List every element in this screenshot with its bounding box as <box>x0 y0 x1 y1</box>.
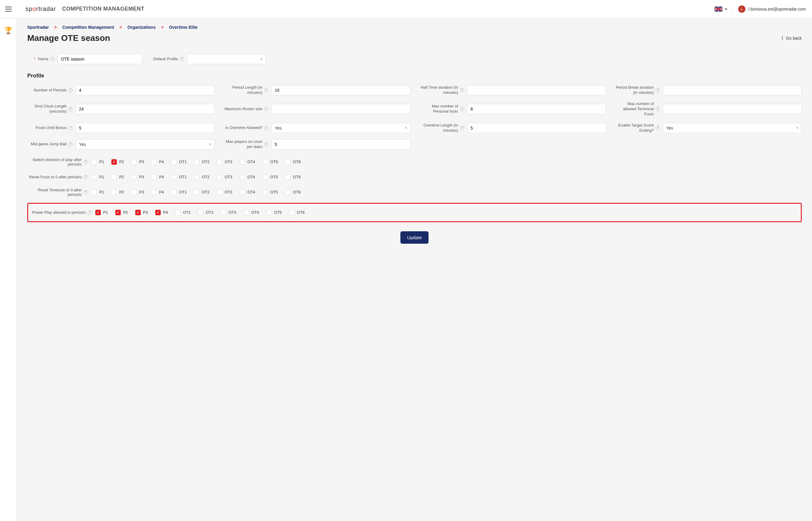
checkbox[interactable] <box>194 159 200 165</box>
checkbox[interactable] <box>266 210 272 215</box>
breadcrumb-item[interactable]: Organizations <box>127 25 156 30</box>
hamburger-menu[interactable] <box>0 0 17 18</box>
checkbox[interactable] <box>240 189 245 195</box>
help-icon[interactable]: ? <box>68 107 73 111</box>
checkbox[interactable] <box>221 210 226 215</box>
help-icon[interactable]: ? <box>68 142 73 146</box>
required-mark: * <box>34 56 36 62</box>
overtime-length-input[interactable] <box>467 123 606 133</box>
checkbox[interactable] <box>289 210 295 215</box>
update-button[interactable]: Update <box>400 231 428 244</box>
help-icon[interactable]: ? <box>264 126 269 130</box>
language-picker[interactable]: ▾ <box>714 6 733 12</box>
help-icon[interactable]: ? <box>264 88 269 92</box>
group-label: Switch direction of play after period/s <box>27 157 82 166</box>
checkbox-item: P1 <box>91 189 104 195</box>
checkbox[interactable] <box>285 159 291 165</box>
checkbox[interactable] <box>151 159 157 165</box>
checkbox[interactable]: ✓ <box>115 210 121 215</box>
breadcrumb-item[interactable]: Competition Management <box>62 25 114 30</box>
checkbox[interactable] <box>194 174 200 180</box>
checkbox[interactable] <box>240 174 245 180</box>
checkbox[interactable] <box>151 174 157 180</box>
checkbox[interactable] <box>151 189 157 195</box>
trophy-icon[interactable]: 🏆 <box>4 27 13 35</box>
help-icon[interactable]: ? <box>655 107 660 111</box>
period-length-input[interactable] <box>272 85 410 95</box>
checkbox[interactable] <box>194 189 200 195</box>
checkbox[interactable] <box>171 159 177 165</box>
help-icon[interactable]: ? <box>84 160 88 164</box>
field-number-of-periods: Number of Periods? <box>27 85 214 95</box>
checkbox[interactable] <box>217 174 222 180</box>
help-icon[interactable]: ? <box>180 57 184 61</box>
help-icon[interactable]: ? <box>655 88 660 92</box>
go-back-link[interactable]: 〈 Go back <box>779 35 802 42</box>
checkbox[interactable] <box>91 174 97 180</box>
number-of-periods-input[interactable] <box>76 85 214 95</box>
breadcrumb-item[interactable]: Sportradar <box>27 25 49 30</box>
checkbox-label: OT3 <box>225 175 232 179</box>
help-icon[interactable]: ? <box>50 57 54 61</box>
checkbox[interactable] <box>91 189 97 195</box>
help-icon[interactable]: ? <box>460 107 464 111</box>
app-title: COMPETITION MANAGEMENT <box>62 6 144 12</box>
checkbox[interactable] <box>262 189 268 195</box>
help-icon[interactable]: ? <box>460 88 464 92</box>
checkbox[interactable]: ✓ <box>111 159 117 165</box>
checkbox-item: P4 <box>151 174 164 180</box>
help-icon[interactable]: ? <box>655 126 660 130</box>
checkbox[interactable] <box>91 159 97 165</box>
help-icon[interactable]: ? <box>460 126 464 130</box>
help-icon[interactable]: ? <box>68 126 73 130</box>
checkbox-label: P4 <box>159 160 164 164</box>
checkbox[interactable] <box>262 159 268 165</box>
checkbox[interactable] <box>217 159 222 165</box>
help-icon[interactable]: ? <box>84 190 88 194</box>
checkbox[interactable] <box>111 174 117 180</box>
fouls-until-bonus-input[interactable] <box>76 123 214 133</box>
help-icon[interactable]: ? <box>264 142 269 146</box>
hamburger-icon <box>5 7 12 12</box>
half-time-input[interactable] <box>467 85 606 95</box>
flag-uk-icon <box>714 6 723 12</box>
checkbox[interactable]: ✓ <box>95 210 101 215</box>
checkbox[interactable]: ✓ <box>135 210 141 215</box>
period-break-input[interactable] <box>663 85 802 95</box>
checkbox[interactable] <box>175 210 181 215</box>
max-players-input[interactable] <box>272 139 410 150</box>
checkbox[interactable] <box>217 189 222 195</box>
max-tech-fouls-input[interactable] <box>663 104 802 114</box>
checkbox[interactable] <box>171 174 177 180</box>
checkbox-item: P2 <box>111 174 124 180</box>
user-menu[interactable]: L l.borisova.ext@sportradar.com <box>738 5 806 13</box>
checkbox[interactable] <box>243 210 249 215</box>
checkbox[interactable] <box>131 159 137 165</box>
checkbox[interactable] <box>240 159 245 165</box>
checkbox[interactable] <box>171 189 177 195</box>
breadcrumb-item[interactable]: Overtime Elite <box>169 25 198 30</box>
help-icon[interactable]: ? <box>68 88 73 92</box>
chevron-down-icon: ▾ <box>796 126 798 130</box>
logo[interactable]: sportradar <box>25 5 56 13</box>
overtime-allowed-select[interactable]: Yes▾ <box>272 123 410 133</box>
max-personal-fouls-input[interactable] <box>467 104 606 114</box>
page-title: Manage OTE season <box>27 33 110 43</box>
shot-clock-input[interactable] <box>76 104 214 114</box>
help-icon[interactable]: ? <box>264 107 269 111</box>
help-icon[interactable]: ? <box>88 210 92 214</box>
checkbox[interactable] <box>111 189 117 195</box>
name-input[interactable] <box>57 54 142 64</box>
checkbox[interactable] <box>198 210 203 215</box>
midgame-jump-select[interactable]: Yes▾ <box>76 139 214 150</box>
checkbox[interactable] <box>262 174 268 180</box>
default-profile-select[interactable]: ▾ <box>187 54 266 64</box>
checkbox[interactable] <box>131 189 137 195</box>
checkbox[interactable] <box>131 174 137 180</box>
checkbox[interactable]: ✓ <box>155 210 161 215</box>
max-roster-input[interactable] <box>272 104 410 114</box>
checkbox[interactable] <box>285 174 291 180</box>
target-score-select[interactable]: Yes▾ <box>663 123 802 133</box>
help-icon[interactable]: ? <box>84 175 88 179</box>
checkbox[interactable] <box>285 189 291 195</box>
